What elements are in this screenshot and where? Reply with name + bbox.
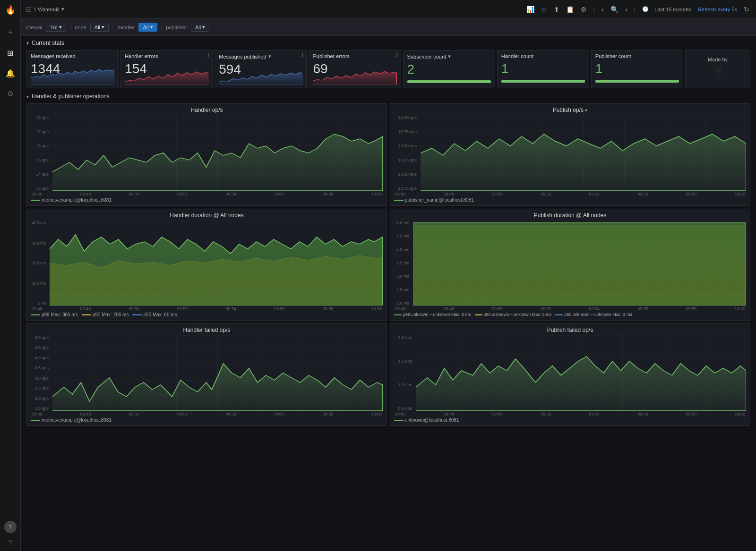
- instance-name: 1 Watermill: [34, 7, 60, 12]
- stat-title-messages-received: Messages received: [31, 53, 114, 59]
- stat-title-subscriber-count: Subscriber count ▾: [407, 53, 491, 59]
- refresh-label[interactable]: Refresh every 5s: [696, 5, 739, 14]
- messages-published-info-icon: ℹ: [301, 52, 303, 58]
- publish-duration-chart-area: [413, 220, 746, 305]
- handler-ops-xaxis: 09:4609:4809:5009:5209:5409:5609:5810:00: [31, 192, 383, 196]
- handler-duration-legend: p99 Max: 365 ms p90 Max: 206 ms p50 Max:…: [31, 312, 383, 317]
- chart-title-handler-duration: Handler duration @ All nodes: [31, 212, 383, 219]
- publish-failed-ops-xaxis: 09:4609:4809:5009:5209:5409:5609:5810:00: [394, 412, 746, 416]
- stat-card-messages-received: Messages received 1344: [26, 50, 119, 88]
- share-icon[interactable]: ⬆: [552, 4, 561, 15]
- publish-failed-ops-legend: unknown@localhost:8081: [394, 417, 746, 423]
- dashboard-title[interactable]: ⊟ 1 Watermill ▾: [26, 5, 64, 14]
- chart-panel-handler-failed-ops: Handler failed op/s 5.0 ops4.5 ops4.0 op…: [26, 323, 387, 426]
- sep1: |: [70, 25, 71, 30]
- chart-title-publish-failed-ops: Publish failed op/s: [394, 327, 746, 333]
- sidebar-gear-icon[interactable]: ⚙: [4, 86, 17, 101]
- chart-title-handler-failed-ops: Handler failed op/s: [31, 327, 383, 333]
- sep2: |: [112, 25, 114, 30]
- publisher-errors-info-icon: ℹ: [396, 52, 398, 58]
- publisher-count-value: 1: [595, 61, 679, 77]
- publisher-filter-label: publisher: [166, 25, 187, 30]
- chart-title-handler-ops: Handler op/s: [31, 107, 383, 113]
- handler-publisher-section-header[interactable]: ▾ Handler & publisher operations: [26, 93, 750, 100]
- chart-title-publish-ops: Publish op/s ▾: [394, 107, 746, 113]
- zoom-out-icon[interactable]: 🔍: [609, 4, 620, 15]
- nav-prev-icon[interactable]: ‹: [600, 4, 606, 15]
- chart-panel-publish-ops: Publish op/s ▾ 14.00 ops13.75 ops13.50 o…: [390, 103, 750, 206]
- made-by-label: Made by: [708, 57, 728, 62]
- handler-ops-legend: metrics-example@localhost:8081: [31, 197, 383, 203]
- stat-title-publisher-count: Publisher count: [595, 53, 679, 59]
- settings-icon[interactable]: ⚙: [579, 4, 589, 15]
- handler-publisher-chevron: ▾: [26, 94, 29, 99]
- publish-ops-legend: publisher_name@localhost:8081: [394, 197, 746, 203]
- handler-count-value: 1: [501, 61, 585, 77]
- chart-title-publish-duration: Publish duration @ All nodes: [394, 212, 746, 219]
- publish-ops-xaxis: 09:4609:4809:5009:5209:5409:5609:5810:00: [394, 192, 746, 196]
- sidebar-bell-icon[interactable]: 🔔: [3, 66, 18, 81]
- time-range[interactable]: 🕐 Last 15 minutes: [640, 4, 693, 14]
- chart-panel-handler-duration: Handler duration @ All nodes 400 ms300 m…: [26, 209, 387, 321]
- handler-failed-ops-chart-area: [52, 335, 383, 411]
- publish-failed-ops-chart-area: [416, 335, 746, 411]
- handler-publisher-title: Handler & publisher operations: [32, 93, 110, 100]
- stats-row: Messages received 1344 Handler errors ℹ: [26, 50, 750, 88]
- handler-filter-label: handler: [118, 25, 135, 30]
- node-filter-label: node: [75, 25, 86, 30]
- publish-ops-chart-area: [421, 115, 746, 191]
- app-logo: 🔥: [5, 5, 16, 15]
- content-wrapper: ⊟ 1 Watermill ▾ 📊 ☆ ⬆ 📋 ⚙ | ‹ 🔍 › | 🕐 La…: [21, 0, 756, 430]
- handler-duration-chart-area: [50, 220, 383, 305]
- chart-panel-publish-failed-ops: Publish failed op/s 2.0 ops1.5 ops1.0 op…: [390, 323, 750, 426]
- sidebar-grid-icon[interactable]: ⊞: [4, 46, 16, 60]
- stat-card-messages-published: Messages published ▾ ℹ 594: [215, 50, 307, 88]
- node-filter-tag[interactable]: All ▾: [90, 23, 109, 32]
- publisher-count-bar: [595, 80, 679, 83]
- publisher-errors-chart: 69: [313, 61, 396, 85]
- current-stats-section-header[interactable]: ▾ Current stats: [26, 40, 750, 46]
- handler-duration-xaxis: 09:4609:4809:5009:5209:5409:5609:5810:00: [31, 306, 383, 311]
- stat-card-publisher-count: Publisher count 1: [591, 50, 683, 88]
- handler-count-bar: [501, 80, 585, 83]
- stat-card-handler-count: Handler count 1: [497, 50, 589, 88]
- title-chevron: ▾: [61, 6, 64, 12]
- clock-icon: 🕐: [640, 4, 651, 14]
- handler-failed-ops-legend: metrics-example@localhost:8081: [31, 417, 383, 423]
- stat-title-handler-errors: Handler errors ℹ: [125, 53, 208, 59]
- subscriber-count-value: 2: [407, 61, 491, 77]
- topbar: ⊟ 1 Watermill ▾ 📊 ☆ ⬆ 📋 ⚙ | ‹ 🔍 › | 🕐 La…: [21, 0, 756, 19]
- handler-errors-chart: 154: [125, 61, 208, 85]
- stat-title-publisher-errors: Publisher errors ℹ: [313, 53, 396, 59]
- charts-grid: Handler op/s 18 ops17 ops16 ops15 ops14 …: [26, 103, 750, 426]
- chart-panel-publish-duration: Publish duration @ All nodes 5.0 ms4.5 m…: [390, 209, 750, 321]
- publisher-filter-tag[interactable]: All ▾: [191, 23, 209, 32]
- handler-failed-ops-xaxis: 09:4609:4809:5009:5209:5409:5609:5810:00: [31, 412, 383, 416]
- interval-filter-tag[interactable]: 1m ▾: [46, 23, 66, 32]
- current-stats-title: Current stats: [32, 40, 64, 46]
- star-icon[interactable]: ☆: [539, 4, 549, 15]
- sidebar: 🔥 ＋ ⊞ 🔔 ⚙ ? ?: [0, 0, 21, 430]
- stat-title-handler-count: Handler count: [501, 53, 585, 59]
- chart-icon[interactable]: 📊: [524, 4, 536, 15]
- messages-received-chart: 1344: [31, 61, 114, 85]
- publish-duration-legend: p99 unknown – unknown Max: 5 ms p90 unkn…: [394, 312, 746, 317]
- flask-icon: ⚗: [711, 64, 724, 82]
- chart-panel-handler-ops: Handler op/s 18 ops17 ops16 ops15 ops14 …: [26, 103, 387, 206]
- sidebar-add-icon[interactable]: ＋: [4, 25, 17, 40]
- handler-ops-chart-area: [52, 115, 383, 191]
- made-by-card: Made by ⚗: [685, 50, 750, 88]
- filterbar: interval 1m ▾ | node All ▾ | handler All…: [21, 19, 756, 36]
- nav-next-icon[interactable]: ›: [623, 4, 629, 15]
- stat-card-handler-errors: Handler errors ℹ 154: [120, 50, 213, 88]
- stat-card-subscriber-count: Subscriber count ▾ 2: [403, 50, 495, 88]
- refresh-icon[interactable]: ↻: [742, 4, 751, 15]
- save-icon[interactable]: 📋: [564, 4, 576, 15]
- stat-card-publisher-errors: Publisher errors ℹ 69: [309, 50, 401, 88]
- topbar-actions: 📊 ☆ ⬆ 📋 ⚙ | ‹ 🔍 › | 🕐 Last 15 minutes Re…: [524, 4, 751, 15]
- sep3: |: [161, 25, 163, 30]
- current-stats-chevron: ▾: [26, 41, 29, 46]
- main-content: ▾ Current stats Messages received 1344: [21, 36, 756, 430]
- stat-title-messages-published: Messages published ▾ ℹ: [219, 53, 302, 59]
- handler-filter-tag[interactable]: All ▾: [138, 23, 157, 32]
